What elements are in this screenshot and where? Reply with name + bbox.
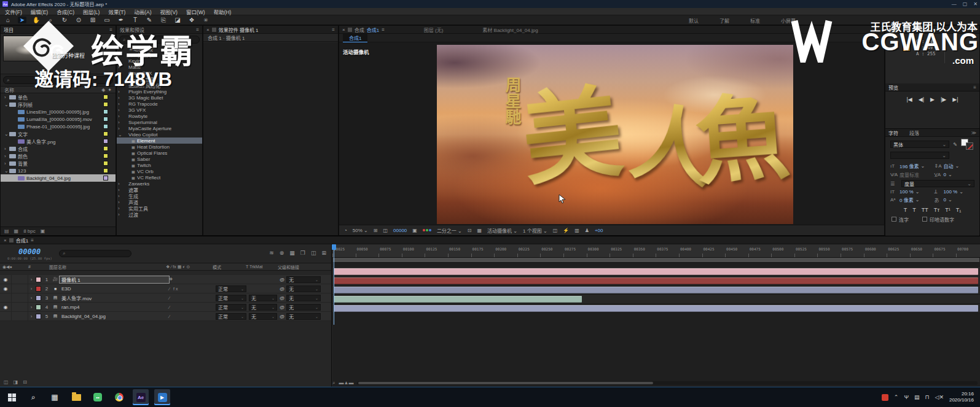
layer-duration-bar[interactable] bbox=[334, 296, 582, 303]
project-search-input[interactable]: ⌕ bbox=[3, 76, 113, 84]
expand-arrow-icon[interactable]: › bbox=[118, 101, 123, 107]
roi-icon[interactable]: ⊡ bbox=[468, 228, 472, 233]
transparency-grid-icon[interactable]: ▦ bbox=[477, 228, 482, 233]
layer-name[interactable]: ran.mp4 bbox=[60, 304, 169, 310]
menu-item[interactable]: 效果(T) bbox=[108, 8, 125, 15]
effects-tree-item[interactable]: › AK 小工具 bbox=[117, 52, 202, 58]
text-style-button[interactable]: T₁ bbox=[956, 207, 962, 213]
playhead[interactable] bbox=[334, 244, 334, 325]
play-button[interactable]: ▶ bbox=[930, 96, 935, 103]
expand-arrow-icon[interactable]: › bbox=[4, 153, 9, 159]
pickwhip-icon[interactable]: @ bbox=[280, 277, 284, 282]
pen-tool-icon[interactable]: ✒ bbox=[117, 17, 125, 23]
filter-icon[interactable]: ◈ bbox=[101, 87, 105, 93]
composition-mini-flowchart-icon[interactable]: ≋ bbox=[269, 250, 274, 256]
composition-canvas[interactable]: 周星馳 美 人 魚 bbox=[437, 45, 793, 224]
fast-previews-icon[interactable]: ⚡ bbox=[563, 228, 569, 233]
layer-row[interactable]: › 5 ▤ Backlight_04_04.jpg ∕ 正常⌄ 无⌄ @无⌄ bbox=[0, 312, 331, 321]
leading-value[interactable]: 自动 bbox=[944, 163, 954, 169]
layer-switches[interactable]: ∕ bbox=[169, 314, 216, 319]
project-item-row[interactable]: › 单色 bbox=[1, 93, 116, 101]
effects-tree-item[interactable]: › Plexus 工具 bbox=[117, 76, 202, 82]
tab-paragraph[interactable]: 段落 bbox=[909, 130, 919, 136]
viewer-timecode[interactable]: 00000 bbox=[393, 228, 407, 233]
layer-duration-bar[interactable] bbox=[334, 277, 978, 284]
panel-overflow-icon[interactable]: ≫ bbox=[971, 130, 976, 136]
minimize-button[interactable]: — bbox=[952, 1, 957, 7]
type-tool-icon[interactable]: T bbox=[131, 17, 139, 23]
label-color-chip[interactable] bbox=[103, 109, 108, 114]
layer-switches[interactable]: ∕ bbox=[169, 296, 216, 300]
tab-layer[interactable]: 图层 (无) bbox=[424, 26, 444, 33]
proportional-spacing-value[interactable]: 0 bbox=[944, 197, 946, 203]
always-preview-icon[interactable]: ◔ bbox=[344, 228, 347, 233]
tab-composition-name[interactable]: 合成1 bbox=[367, 26, 379, 33]
trkmat-dropdown[interactable]: 无⌄ bbox=[249, 313, 277, 320]
expand-arrow-icon[interactable]: › bbox=[118, 181, 123, 187]
new-folder-icon[interactable]: ▦ bbox=[14, 228, 19, 234]
panel-menu-icon[interactable]: ≡ bbox=[109, 27, 112, 33]
label-color-chip[interactable] bbox=[103, 176, 108, 180]
project-item-row[interactable]: › 合成 bbox=[1, 145, 116, 152]
column-name-label[interactable]: 名称 bbox=[4, 87, 14, 93]
clone-stamp-tool-icon[interactable]: ⎘ bbox=[159, 17, 168, 24]
task-view-icon[interactable]: ▦ bbox=[47, 389, 63, 405]
label-color-chip[interactable] bbox=[103, 95, 108, 99]
layer-name[interactable]: 摄像机 1 bbox=[60, 276, 169, 283]
effects-tree-item[interactable]: ▦ VC Orb bbox=[117, 168, 202, 174]
tab-effect-controls[interactable]: 效果控件 摄像机 1 bbox=[219, 26, 259, 33]
view-layout-dropdown[interactable]: 1 个视图 ⌄ bbox=[523, 227, 547, 234]
expand-arrow-icon[interactable]: › bbox=[118, 212, 123, 217]
timeline-zoom-out-icon[interactable]: ⌕ bbox=[332, 380, 335, 386]
expand-arrow-icon[interactable]: › bbox=[118, 77, 123, 82]
expand-arrow-icon[interactable]: › bbox=[118, 71, 123, 76]
shape-tool-icon[interactable]: ▭ bbox=[103, 17, 111, 23]
effects-tree-item[interactable]: › Matte bbox=[117, 64, 202, 70]
start-button[interactable] bbox=[4, 389, 20, 405]
trkmat-dropdown[interactable]: 无⌄ bbox=[249, 295, 277, 301]
effects-tree-item[interactable]: ▦ Element bbox=[117, 138, 202, 144]
mask-visibility-icon[interactable]: ◫ bbox=[383, 228, 388, 233]
effects-tree-item[interactable]: › Keying bbox=[117, 58, 202, 64]
ligatures-checkbox[interactable]: 连字 bbox=[892, 216, 909, 223]
home-icon[interactable]: ⌂ bbox=[4, 17, 12, 23]
layer-expand-arrow-icon[interactable]: › bbox=[28, 295, 34, 301]
layer-label-chip[interactable] bbox=[36, 295, 41, 301]
blend-mode-dropdown[interactable]: 正常⌄ bbox=[216, 285, 246, 292]
text-style-button[interactable]: T¹ bbox=[945, 207, 951, 213]
effects-tree-item[interactable]: ▦ Saber bbox=[117, 156, 202, 162]
effects-tree-item[interactable]: › RG Trapcode bbox=[117, 101, 202, 107]
menu-item[interactable]: 帮助(H) bbox=[214, 8, 232, 15]
layer-row[interactable]: › 3 ▤ 美人鱼字.mov ∕ 正常⌄ 无⌄ @无⌄ bbox=[0, 293, 331, 303]
taskbar-search-icon[interactable]: ⌕ bbox=[25, 389, 41, 405]
work-area-bar[interactable] bbox=[333, 258, 979, 263]
menu-item[interactable]: 窗口(W) bbox=[186, 8, 205, 15]
effects-tree-item[interactable]: › 过渡 bbox=[117, 211, 202, 217]
tab-project[interactable]: 项目 bbox=[4, 26, 14, 33]
interpret-footage-icon[interactable]: ▤ bbox=[4, 228, 9, 234]
effects-tree-item[interactable]: ▦ Optical Flares bbox=[117, 150, 202, 156]
tab-character[interactable]: 字符 bbox=[888, 130, 898, 136]
expand-transfer-controls-icon[interactable]: ◨ bbox=[14, 379, 18, 385]
go-to-start-button[interactable]: |◀ bbox=[907, 96, 912, 103]
roto-brush-tool-icon[interactable]: ❖ bbox=[187, 17, 196, 23]
effects-tree-item[interactable]: › Plugin Everything bbox=[117, 88, 202, 95]
workspace-label[interactable]: 了解 bbox=[719, 17, 729, 24]
volume-muted-icon[interactable]: ◁✕ bbox=[935, 394, 943, 400]
layer-name[interactable]: E3D bbox=[60, 286, 169, 292]
parent-dropdown[interactable]: 无⌄ bbox=[286, 276, 321, 283]
current-time-field[interactable]: 00000 bbox=[18, 247, 41, 256]
frame-blending-icon[interactable]: ❐ bbox=[300, 250, 305, 256]
pickwhip-icon[interactable]: @ bbox=[280, 295, 284, 301]
expand-arrow-icon[interactable]: › bbox=[118, 58, 123, 64]
puppet-pin-tool-icon[interactable]: ⍟ bbox=[202, 17, 210, 24]
timeline-zoom-slider[interactable]: ▬▲▬ bbox=[339, 380, 353, 386]
expand-arrow-icon[interactable]: › bbox=[118, 89, 123, 95]
brush-tool-icon[interactable]: ✎ bbox=[145, 17, 154, 23]
tray-app-icon[interactable] bbox=[882, 394, 888, 401]
effects-tree-item[interactable]: › 遮罩 bbox=[117, 187, 202, 193]
chrome-icon[interactable] bbox=[111, 389, 127, 405]
expand-arrow-icon[interactable]: ⌄ bbox=[4, 168, 9, 174]
effects-tree-item[interactable]: ▦ VC Reflect bbox=[117, 174, 202, 180]
expand-arrow-icon[interactable]: › bbox=[118, 120, 123, 125]
